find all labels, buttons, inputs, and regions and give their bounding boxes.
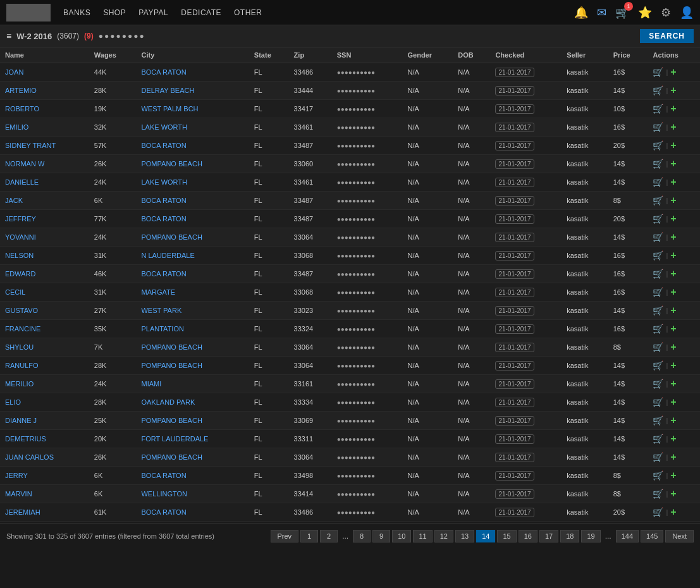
plus-action-icon[interactable]: +: [670, 488, 676, 499]
message-icon[interactable]: ✉: [597, 6, 606, 20]
cart-icon[interactable]: 🛒1: [615, 6, 629, 20]
plus-action-icon[interactable]: +: [670, 378, 676, 389]
cell-city[interactable]: POMPANO BEACH: [136, 412, 249, 430]
pagination-page-12[interactable]: 12: [434, 530, 453, 542]
pagination-page-16[interactable]: 16: [519, 530, 537, 542]
add-to-cart-icon[interactable]: 🛒: [653, 140, 663, 150]
cell-city[interactable]: BOCA RATON: [136, 265, 249, 283]
cell-name[interactable]: MARVIN: [0, 485, 89, 503]
plus-action-icon[interactable]: +: [670, 231, 676, 243]
plus-action-icon[interactable]: +: [670, 121, 676, 133]
cell-name[interactable]: ARTEMIO: [0, 82, 89, 100]
add-to-cart-icon[interactable]: 🛒: [653, 360, 663, 371]
add-to-cart-icon[interactable]: 🛒: [653, 397, 663, 407]
plus-action-icon[interactable]: +: [670, 451, 676, 463]
pagination-page-15[interactable]: 15: [497, 530, 516, 542]
add-to-cart-icon[interactable]: 🛒: [653, 232, 663, 242]
nav-other[interactable]: Other: [234, 8, 262, 17]
plus-action-icon[interactable]: +: [670, 213, 676, 224]
cell-city[interactable]: POMPANO BEACH: [136, 448, 249, 467]
bell-icon[interactable]: 🔔: [574, 6, 588, 20]
add-to-cart-icon[interactable]: 🛒: [653, 85, 663, 95]
plus-action-icon[interactable]: +: [670, 103, 676, 114]
add-to-cart-icon[interactable]: 🛒: [653, 214, 663, 224]
plus-action-icon[interactable]: +: [670, 268, 676, 279]
plus-action-icon[interactable]: +: [670, 506, 676, 518]
cell-city[interactable]: MARGATE: [136, 283, 249, 302]
add-to-cart-icon[interactable]: 🛒: [653, 250, 663, 260]
cell-name[interactable]: JACK: [0, 192, 89, 210]
plus-action-icon[interactable]: +: [670, 140, 676, 151]
cell-name[interactable]: EDWARD: [0, 265, 89, 283]
user-icon[interactable]: 👤: [680, 6, 694, 20]
cell-city[interactable]: OAKLAND PARK: [136, 393, 249, 412]
cell-name[interactable]: JERRY: [0, 467, 89, 485]
cell-name[interactable]: SHYLOU: [0, 338, 89, 357]
pagination-page-8[interactable]: 8: [353, 530, 371, 542]
cell-city[interactable]: BOCA RATON: [136, 192, 249, 210]
cell-name[interactable]: ELIO: [0, 393, 89, 412]
plus-action-icon[interactable]: +: [670, 250, 676, 261]
add-to-cart-icon[interactable]: 🛒: [653, 104, 663, 114]
cell-city[interactable]: LAKE WORTH: [136, 118, 249, 137]
add-to-cart-icon[interactable]: 🛒: [653, 195, 663, 205]
cell-city[interactable]: WELLINGTON: [136, 485, 249, 503]
plus-action-icon[interactable]: +: [670, 415, 676, 426]
pagination-page-145[interactable]: 145: [641, 530, 663, 542]
cell-city[interactable]: BOCA RATON: [136, 137, 249, 155]
cell-name[interactable]: SIDNEY TRANT: [0, 137, 89, 155]
add-to-cart-icon[interactable]: 🛒: [653, 177, 663, 187]
cell-city[interactable]: POMPANO BEACH: [136, 228, 249, 247]
cell-city[interactable]: MIAMI: [136, 375, 249, 393]
pagination-page-9[interactable]: 9: [372, 530, 390, 542]
cell-city[interactable]: BOCA RATON: [136, 210, 249, 228]
cell-name[interactable]: DEMETRIUS: [0, 430, 89, 448]
plus-action-icon[interactable]: +: [670, 305, 676, 316]
plus-action-icon[interactable]: +: [670, 158, 676, 169]
pagination-page-13[interactable]: 13: [455, 530, 474, 542]
add-to-cart-icon[interactable]: 🛒: [653, 379, 663, 389]
cell-city[interactable]: WEST PARK: [136, 302, 249, 320]
nav-shop[interactable]: Shop: [103, 8, 126, 17]
cell-name[interactable]: EMILIO: [0, 118, 89, 137]
add-to-cart-icon[interactable]: 🛒: [653, 324, 663, 334]
cell-name[interactable]: YOVANNI: [0, 228, 89, 247]
cell-city[interactable]: BOCA RATON: [136, 503, 249, 522]
cell-city[interactable]: WEST PALM BCH: [136, 100, 249, 118]
plus-action-icon[interactable]: +: [670, 470, 676, 481]
nav-paypal[interactable]: PayPal: [138, 8, 168, 17]
add-to-cart-icon[interactable]: 🛒: [653, 67, 663, 77]
plus-action-icon[interactable]: +: [670, 323, 676, 334]
menu-icon[interactable]: ≡: [6, 31, 11, 41]
add-to-cart-icon[interactable]: 🛒: [653, 415, 663, 426]
pagination-next[interactable]: Next: [665, 530, 694, 542]
star-icon[interactable]: ⭐: [638, 6, 652, 20]
nav-banks[interactable]: Banks: [63, 8, 90, 17]
cell-city[interactable]: POMPANO BEACH: [136, 357, 249, 375]
cell-city[interactable]: LAKE WORTH: [136, 173, 249, 192]
add-to-cart-icon[interactable]: 🛒: [653, 470, 663, 481]
add-to-cart-icon[interactable]: 🛒: [653, 507, 663, 517]
add-to-cart-icon[interactable]: 🛒: [653, 305, 663, 315]
pagination-page-17[interactable]: 17: [539, 530, 558, 542]
pagination-page-18[interactable]: 18: [560, 530, 579, 542]
cell-city[interactable]: POMPANO BEACH: [136, 155, 249, 173]
add-to-cart-icon[interactable]: 🛒: [653, 122, 663, 132]
cell-name[interactable]: DIANNE J: [0, 412, 89, 430]
cell-name[interactable]: RANULFO: [0, 357, 89, 375]
cell-city[interactable]: BOCA RATON: [136, 467, 249, 485]
add-to-cart-icon[interactable]: 🛒: [653, 269, 663, 279]
cell-name[interactable]: NELSON: [0, 247, 89, 265]
nav-dedicate[interactable]: Dedicate: [181, 8, 221, 17]
cell-name[interactable]: MERILIO: [0, 375, 89, 393]
settings-icon[interactable]: ⚙: [661, 6, 671, 20]
plus-action-icon[interactable]: +: [670, 286, 676, 298]
cell-name[interactable]: DANIELLE: [0, 173, 89, 192]
cell-name[interactable]: CECIL: [0, 283, 89, 302]
plus-action-icon[interactable]: +: [670, 396, 676, 408]
cell-city[interactable]: POMPANO BEACH: [136, 338, 249, 357]
plus-action-icon[interactable]: +: [670, 85, 676, 96]
cell-city[interactable]: BOCA RATON: [136, 63, 249, 82]
search-button[interactable]: SEARCH: [640, 29, 694, 43]
cell-name[interactable]: JUAN CARLOS: [0, 448, 89, 467]
